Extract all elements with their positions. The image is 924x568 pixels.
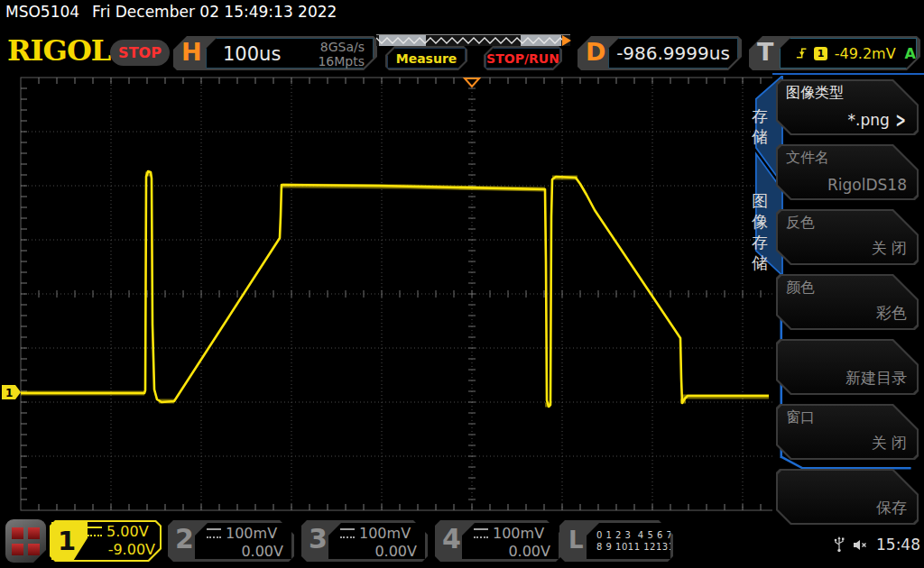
menu-item-filename[interactable]: 文件名 RigolDS18 bbox=[776, 144, 919, 200]
channel2-block[interactable]: 2 100mV 0.00V bbox=[168, 520, 294, 562]
menu-item-value: 关 闭 bbox=[872, 238, 907, 259]
trigger-inner: 1 -49.2mV A bbox=[780, 38, 917, 69]
logic-row1: 0 1 2 3 4 5 6 7 bbox=[596, 529, 670, 541]
trigger-position-marker[interactable] bbox=[465, 78, 479, 87]
menu-item-label: 反色 bbox=[786, 214, 815, 233]
titlebar: MSO5104Fri December 02 15:49:13 2022 bbox=[5, 3, 349, 21]
channel3-scale: 100mV bbox=[359, 525, 411, 542]
menu-grid-button[interactable] bbox=[5, 519, 46, 563]
menu-item-label: 图像类型 bbox=[786, 84, 844, 103]
logic-id: L bbox=[568, 527, 584, 554]
record-waveform-preview bbox=[376, 35, 570, 46]
channel2-id: 2 bbox=[175, 523, 194, 554]
channel1-marker-label: 1 bbox=[5, 387, 13, 399]
run-state-badge: STOP bbox=[110, 40, 170, 66]
menu-item-value: RigolDS18 bbox=[827, 176, 907, 194]
model-name: MSO5104 bbox=[5, 3, 79, 21]
trigger-label: T bbox=[757, 38, 773, 66]
channel4-offset: 0.00V bbox=[462, 543, 559, 561]
channel1-level-marker[interactable] bbox=[2, 385, 21, 399]
grid-icon bbox=[12, 527, 40, 555]
horizontal-position-strip[interactable] bbox=[376, 34, 570, 46]
horizontal-panel[interactable]: H 100us 8GSa/s 16Mpts bbox=[173, 36, 377, 70]
acquisition-info: 8GSa/s 16Mpts bbox=[318, 40, 365, 69]
menu-item-window[interactable]: 窗口 关 闭 bbox=[776, 404, 919, 460]
channel3-id: 3 bbox=[309, 523, 328, 554]
channel2-scale: 100mV bbox=[226, 525, 277, 542]
menu-item-color[interactable]: 颜色 彩色 bbox=[776, 274, 919, 330]
menu-tab-image-storage[interactable]: 图像存储 bbox=[750, 190, 770, 273]
oscilloscope-screen: MSO5104Fri December 02 15:49:13 2022 1 R… bbox=[0, 0, 924, 568]
horizontal-inner: 100us 8GSa/s 16Mpts bbox=[206, 38, 374, 69]
menu-item-label: 窗口 bbox=[786, 408, 815, 427]
stop-run-button[interactable]: STOP/RUN bbox=[484, 46, 562, 70]
speaker-muted-icon bbox=[853, 539, 868, 551]
delay-panel[interactable]: D -986.9999us bbox=[578, 36, 742, 70]
horizontal-label: H bbox=[181, 38, 202, 66]
measure-button[interactable]: Measure bbox=[385, 46, 467, 70]
delay-inner: -986.9999us bbox=[608, 38, 738, 69]
datetime: Fri December 02 15:49:13 2022 bbox=[92, 3, 337, 21]
menu-item-label: 文件名 bbox=[786, 149, 829, 168]
dc-coupling-icon bbox=[340, 528, 355, 538]
channel1-trace bbox=[21, 171, 769, 407]
menu-item-value: 彩色 bbox=[876, 303, 907, 324]
menu-item-value: 关 闭 bbox=[872, 433, 907, 453]
trigger-mode: A bbox=[905, 45, 916, 62]
clock: 15:48 bbox=[876, 536, 920, 554]
usb-icon bbox=[834, 536, 845, 553]
trigger-panel[interactable]: T 1 -49.2mV A bbox=[749, 36, 920, 70]
logic-row2: 8 9 1011 12131415 bbox=[596, 541, 670, 553]
channel3-block[interactable]: 3 100mV 0.00V bbox=[301, 520, 428, 562]
rigol-logo: RIGOL bbox=[7, 33, 110, 68]
strip-arrow-icon bbox=[562, 35, 571, 46]
delay-label: D bbox=[586, 38, 605, 66]
menu-item-value: 保存 bbox=[876, 498, 907, 518]
channel3-offset: 0.00V bbox=[328, 543, 425, 561]
menu-item-new-folder[interactable]: 新建目录 bbox=[776, 339, 919, 395]
sample-rate: 8GSa/s bbox=[318, 40, 365, 54]
trigger-level-value: -49.2mV bbox=[835, 45, 896, 62]
menu-item-invert[interactable]: 反色 关 闭 bbox=[776, 209, 919, 265]
menu-item-save[interactable]: 保存 bbox=[776, 469, 919, 525]
channel4-id: 4 bbox=[442, 523, 461, 554]
menu-item-label: 颜色 bbox=[786, 279, 815, 298]
channel1-block[interactable]: 1 5.00V -9.00V bbox=[50, 520, 162, 562]
falling-edge-trigger-icon bbox=[795, 47, 807, 60]
dc-coupling-icon bbox=[207, 528, 221, 538]
channel1-offset: -9.00V bbox=[88, 541, 155, 559]
menu-item-image-type[interactable]: 图像类型 *.png> bbox=[776, 79, 919, 135]
menu-item-value: 新建目录 bbox=[845, 368, 907, 389]
channel4-scale: 100mV bbox=[493, 525, 544, 542]
dc-coupling-icon bbox=[474, 528, 488, 538]
status-icons: 15:48 bbox=[834, 536, 920, 554]
timebase-value: 100us bbox=[223, 43, 281, 65]
dc-coupling-icon bbox=[88, 527, 102, 536]
channel1-scale: 5.00V bbox=[106, 523, 149, 540]
trace-noise bbox=[21, 174, 769, 405]
memory-depth: 16Mpts bbox=[318, 54, 365, 69]
menu-item-value: *.png> bbox=[847, 111, 907, 129]
delay-value: -986.9999us bbox=[616, 42, 730, 64]
logic-channels-block[interactable]: L 0 1 2 3 4 5 6 7 8 9 1011 12131415 bbox=[559, 520, 673, 562]
channel4-block[interactable]: 4 100mV 0.00V bbox=[435, 520, 561, 562]
chevron-right-icon: > bbox=[895, 108, 905, 132]
menu-tab-storage[interactable]: 存储 bbox=[750, 105, 770, 147]
channel2-offset: 0.00V bbox=[195, 543, 291, 561]
trigger-source-badge: 1 bbox=[814, 47, 827, 60]
